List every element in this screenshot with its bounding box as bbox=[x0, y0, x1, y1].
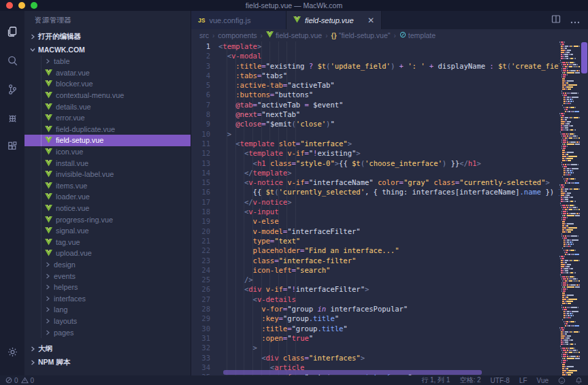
code-line-22: placeholder="Find an interface..." bbox=[218, 246, 559, 255]
breadcrumb-label: components bbox=[218, 31, 257, 39]
code-line-20: v-model="interfaceFilter" bbox=[218, 227, 559, 236]
code-line-14: </template> bbox=[218, 168, 559, 178]
code-content: <template> <v-modal :title="existing ? $… bbox=[218, 41, 559, 375]
tree-item-error-vue[interactable]: error.vue bbox=[24, 112, 191, 124]
settings-gear-icon[interactable] bbox=[0, 337, 24, 366]
status-item[interactable]: LF bbox=[519, 377, 527, 384]
tree-item-progress-ring-vue[interactable]: progress-ring.vue bbox=[24, 214, 191, 225]
horizontal-scrollbar-thumb[interactable] bbox=[223, 370, 482, 375]
vertical-scrollbar-thumb[interactable] bbox=[581, 42, 587, 73]
tree-item-loader-vue[interactable]: loader.vue bbox=[24, 191, 191, 203]
tree-item-label: table bbox=[54, 57, 69, 65]
problems-warnings[interactable]: 0 bbox=[21, 377, 35, 384]
tree-item-blocker-vue[interactable]: blocker.vue bbox=[24, 78, 191, 90]
vscode-window: field-setup.vue — MacWk.com bbox=[0, 0, 588, 385]
braces-icon: {} bbox=[331, 31, 337, 39]
search-icon[interactable] bbox=[0, 46, 24, 75]
tree-item-lang[interactable]: lang bbox=[24, 304, 191, 316]
tree-item-field-setup-vue[interactable]: field-setup.vue bbox=[24, 135, 191, 146]
code-line-27: <v-details bbox=[218, 295, 559, 304]
tree-item-upload-vue[interactable]: upload.vue bbox=[24, 248, 191, 259]
code-line-1: <template> bbox=[218, 41, 559, 51]
sidebar-section-1[interactable]: NPM 脚本 bbox=[24, 356, 191, 369]
code-line-15: <v-notice v-if="interfaceName" color="gr… bbox=[218, 178, 559, 187]
vue-file-icon bbox=[45, 182, 52, 189]
notifications-bell-icon[interactable] bbox=[575, 377, 583, 384]
breadcrumb-label: "field-setup.vue" bbox=[339, 31, 391, 39]
tree-item-contextual-menu-vue[interactable]: contextual-menu.vue bbox=[24, 90, 191, 101]
source-control-icon[interactable] bbox=[0, 75, 24, 103]
extensions-icon[interactable] bbox=[0, 132, 24, 161]
vue-file-icon bbox=[45, 171, 52, 178]
tree-item-signal-vue[interactable]: signal.vue bbox=[24, 225, 191, 237]
tree-item-label: field-setup.vue bbox=[56, 136, 103, 144]
tree-item-label: tag.vue bbox=[56, 238, 80, 246]
workspace-root[interactable]: MACWK.COM bbox=[24, 43, 191, 56]
tree-item-label: notice.vue bbox=[56, 204, 89, 212]
vertical-scrollbar[interactable] bbox=[580, 41, 588, 375]
open-editors-section[interactable]: 打开的编辑器 bbox=[24, 30, 191, 43]
tree-item-avatar-vue[interactable]: avatar.vue bbox=[24, 67, 191, 79]
tree-item-invisible-label-vue[interactable]: invisible-label.vue bbox=[24, 169, 191, 180]
more-actions-icon[interactable] bbox=[570, 14, 580, 27]
tree-item-label: design bbox=[54, 261, 76, 269]
tree-item-layouts[interactable]: layouts bbox=[24, 316, 191, 327]
tree-item-pages[interactable]: pages bbox=[24, 327, 191, 338]
debug-icon[interactable] bbox=[0, 103, 24, 132]
vue-file-icon bbox=[45, 239, 52, 246]
code-line-24: icon-left="search" bbox=[218, 265, 559, 275]
feedback-smiley-icon[interactable] bbox=[558, 377, 566, 384]
status-item[interactable]: UTF-8 bbox=[491, 377, 510, 384]
tab-vue.config.js[interactable]: JSvue.config.js bbox=[191, 11, 287, 29]
tree-item-table[interactable]: table bbox=[24, 56, 191, 67]
tab-label: field-setup.vue bbox=[305, 16, 354, 24]
breadcrumb-item-1[interactable]: components bbox=[218, 31, 257, 39]
tab-field-setup.vue[interactable]: field-setup.vue✕ bbox=[287, 11, 382, 29]
warning-icon bbox=[21, 377, 29, 384]
tree-item-field-duplicate-vue[interactable]: field-duplicate.vue bbox=[24, 124, 191, 135]
tree-item-details-vue[interactable]: details.vue bbox=[24, 101, 191, 112]
minimap[interactable] bbox=[559, 41, 580, 375]
breadcrumb-separator: › bbox=[212, 32, 214, 39]
tree-item-notice-vue[interactable]: notice.vue bbox=[24, 203, 191, 214]
tree-item-label: pages bbox=[54, 329, 74, 337]
tree-item-label: loader.vue bbox=[56, 192, 90, 201]
code-line-18: <v-input bbox=[218, 207, 559, 216]
breadcrumb-item-4[interactable]: template bbox=[399, 31, 436, 39]
explorer-icon[interactable] bbox=[0, 18, 24, 46]
breadcrumb-item-3[interactable]: {}"field-setup.vue" bbox=[331, 31, 391, 39]
split-editor-icon[interactable] bbox=[551, 14, 561, 27]
tree-item-interfaces[interactable]: interfaces bbox=[24, 292, 191, 304]
sidebar-section-0[interactable]: 大纲 bbox=[24, 342, 191, 356]
tree-item-install-vue[interactable]: install.vue bbox=[24, 157, 191, 169]
code-line-19: v-else bbox=[218, 216, 559, 226]
vue-file-icon bbox=[266, 31, 274, 39]
tree-item-helpers[interactable]: helpers bbox=[24, 282, 191, 293]
tree-item-design[interactable]: design bbox=[24, 259, 191, 271]
status-item[interactable]: 行 1, 列 1 bbox=[421, 375, 450, 385]
tree-item-label: events bbox=[54, 272, 76, 280]
tree-item-label: icon.vue bbox=[56, 148, 83, 156]
tree-item-tag-vue[interactable]: tag.vue bbox=[24, 237, 191, 248]
error-icon bbox=[5, 377, 12, 384]
close-icon[interactable]: ✕ bbox=[368, 16, 374, 25]
tree-item-events[interactable]: events bbox=[24, 270, 191, 282]
chevron-right-icon bbox=[45, 307, 50, 312]
breadcrumb-item-2[interactable]: field-setup.vue bbox=[266, 31, 322, 39]
status-item[interactable]: Vue bbox=[537, 377, 549, 384]
vue-file-icon bbox=[45, 205, 52, 212]
chevron-right-icon bbox=[45, 273, 50, 279]
explorer-sidebar: 资源管理器 打开的编辑器 MACWK.COM tableavatar.vuebl… bbox=[24, 11, 191, 375]
code-line-4: :tabs="tabs" bbox=[218, 71, 559, 80]
breadcrumb-item-0[interactable]: src bbox=[199, 31, 209, 39]
tree-item-icon-vue[interactable]: icon.vue bbox=[24, 146, 191, 158]
problems-errors[interactable]: 0 bbox=[5, 377, 18, 384]
vue-file-icon bbox=[293, 16, 301, 24]
sidebar-sections: 大纲NPM 脚本 bbox=[24, 342, 191, 369]
breadcrumb-separator: › bbox=[325, 32, 327, 39]
tree-item-label: install.vue bbox=[56, 159, 88, 167]
code-editor[interactable]: 1234567891011121314151617181920212223242… bbox=[191, 41, 588, 375]
code-line-29: :key="group.title" bbox=[218, 314, 559, 323]
status-item[interactable]: 空格: 2 bbox=[459, 375, 480, 385]
tree-item-items-vue[interactable]: items.vue bbox=[24, 180, 191, 192]
